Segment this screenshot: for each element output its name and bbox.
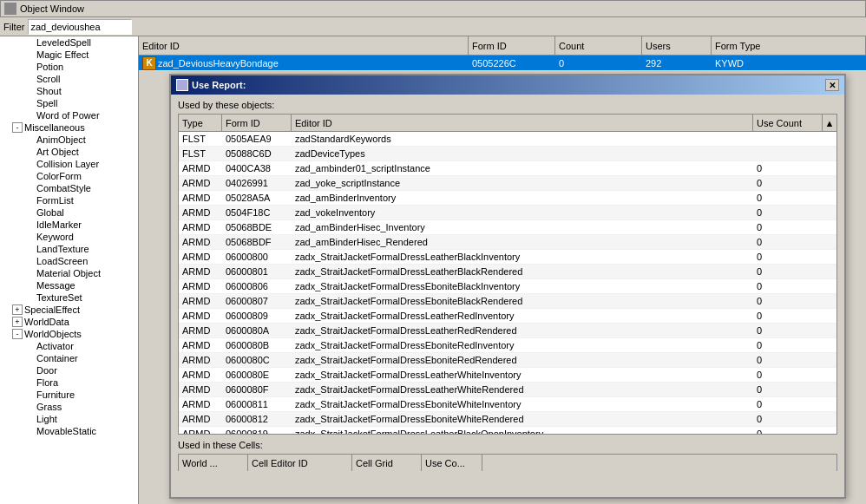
dtd-form-id: 05068BDE (222, 220, 292, 234)
th-users[interactable]: Users (642, 36, 712, 55)
dialog-table-row[interactable]: FLST 05088C6D zadDeviceTypes (179, 147, 836, 161)
sidebar-item-formlist[interactable]: FormList (0, 194, 138, 206)
dialog-table-row[interactable]: ARMD 06000806 zadx_StraitJacketFormalDre… (179, 279, 836, 294)
dtd-type: FLST (179, 132, 222, 146)
sidebar-item-combatstyle[interactable]: CombatStyle (0, 182, 138, 194)
sidebar-item-movablestatic[interactable]: MovableStatic (0, 425, 138, 437)
dtd-editor-id: zadx_StraitJacketFormalDressEboniteWhite… (292, 397, 753, 411)
dtd-spacer (823, 383, 836, 396)
expand-worldobjects-icon[interactable]: - (12, 329, 23, 339)
dialog-table-row[interactable]: ARMD 06000800 zadx_StraitJacketFormalDre… (179, 250, 836, 265)
dtd-editor-id: zadx_StraitJacketFormalDressLeatherWhite… (292, 368, 753, 382)
sidebar-item-scroll-label: Scroll (36, 74, 61, 84)
expand-worlddata-icon[interactable]: + (12, 317, 23, 327)
window-icon (4, 3, 16, 15)
th-editor-id[interactable]: Editor ID (139, 36, 469, 55)
dbth-cell-editor-id[interactable]: Cell Editor ID (248, 455, 352, 471)
dialog-table-row[interactable]: ARMD 0504F18C zad_vokeInventory 0 (179, 206, 836, 220)
dialog-table-row[interactable]: ARMD 06000807 zadx_StraitJacketFormalDre… (179, 294, 836, 309)
dtd-editor-id: zadx_StraitJacketFormalDressLeatherBlack… (292, 250, 753, 264)
dtd-use-count: 0 (753, 250, 823, 264)
th-count[interactable]: Count (555, 36, 642, 55)
sidebar-item-idlemarker-label: IdleMarker (36, 219, 82, 230)
dialog-table-row[interactable]: ARMD 0600080B zadx_StraitJacketFormalDre… (179, 338, 836, 353)
sidebar-item-worlddata[interactable]: + WorldData (0, 316, 138, 328)
sidebar-item-light[interactable]: Light (0, 413, 138, 425)
sidebar-item-message[interactable]: Message (0, 279, 138, 291)
dtd-use-count: 0 (753, 279, 823, 293)
dtd-type: ARMD (179, 294, 222, 308)
dbth-world[interactable]: World ... (179, 455, 248, 471)
sidebar-item-leveledspell[interactable]: LeveledSpell (0, 36, 138, 49)
dtd-form-id: 06000819 (222, 427, 292, 434)
dialog-close-button[interactable]: ✕ (825, 79, 839, 91)
sidebar-item-door[interactable]: Door (0, 364, 138, 376)
dtd-use-count: 0 (753, 412, 823, 426)
sidebar-item-materialobject[interactable]: Material Object (0, 267, 138, 279)
dtd-spacer (823, 412, 836, 426)
sidebar-item-grass[interactable]: Grass (0, 401, 138, 413)
dialog-table-row[interactable]: ARMD 06000801 zadx_StraitJacketFormalDre… (179, 265, 836, 279)
dtd-form-id: 0600080B (222, 338, 292, 352)
dialog-table-row[interactable]: ARMD 0600080A zadx_StraitJacketFormalDre… (179, 324, 836, 338)
sidebar-item-artobject[interactable]: Art Object (0, 146, 138, 158)
dialog-table-row[interactable]: ARMD 06000809 zadx_StraitJacketFormalDre… (179, 309, 836, 324)
sidebar-item-animobject[interactable]: AnimObject (0, 134, 138, 146)
dtd-type: ARMD (179, 338, 222, 352)
sidebar-item-shout[interactable]: Shout (0, 85, 138, 97)
dialog-bottom-table-header: World ... Cell Editor ID Cell Grid Use C… (178, 454, 837, 471)
th-form-id[interactable]: Form ID (469, 36, 555, 55)
dialog-table-row[interactable]: ARMD 06000811 zadx_StraitJacketFormalDre… (179, 397, 836, 412)
sidebar-item-wordofpower[interactable]: Word of Power (0, 109, 138, 121)
sidebar-item-colorform[interactable]: ColorForm (0, 170, 138, 182)
table-row[interactable]: K zad_DeviousHeavyBondage 0505226C 0 292… (139, 56, 866, 71)
dialog-table-row[interactable]: ARMD 04026991 zad_yoke_scriptInstance 0 (179, 176, 836, 191)
dialog-table-row[interactable]: ARMD 06000812 zadx_StraitJacketFormalDre… (179, 412, 836, 427)
sidebar-item-global[interactable]: Global (0, 206, 138, 219)
dth-type[interactable]: Type (179, 115, 222, 131)
sidebar-item-container[interactable]: Container (0, 352, 138, 364)
dtd-spacer (823, 220, 836, 234)
sidebar-item-spell-label: Spell (36, 98, 57, 108)
dtd-use-count: 0 (753, 324, 823, 337)
filter-input[interactable] (28, 19, 132, 35)
dialog-table-row[interactable]: FLST 0505AEA9 zadStandardKeywords (179, 132, 836, 147)
sidebar-item-keyword[interactable]: Keyword (0, 231, 138, 243)
dtd-form-id: 0505AEA9 (222, 132, 292, 146)
dth-form-id[interactable]: Form ID (222, 115, 292, 131)
sidebar-item-potion[interactable]: Potion (0, 61, 138, 73)
expand-specialeffect-icon[interactable]: + (12, 304, 23, 315)
dth-use-count[interactable]: Use Count (753, 115, 823, 131)
sidebar-item-loadscreen-label: LoadScreen (36, 256, 88, 266)
th-form-type[interactable]: Form Type (712, 36, 866, 55)
sidebar-item-textureset[interactable]: TextureSet (0, 291, 138, 304)
sidebar-item-spell[interactable]: Spell (0, 97, 138, 109)
sidebar-item-flora[interactable]: Flora (0, 376, 138, 389)
dialog-table-row[interactable]: ARMD 0600080E zadx_StraitJacketFormalDre… (179, 368, 836, 383)
dbth-use-count[interactable]: Use Co... (422, 455, 482, 471)
sidebar-item-miscellaneous[interactable]: - Miscellaneous (0, 121, 138, 134)
dialog-table-row[interactable]: ARMD 0600080C zadx_StraitJacketFormalDre… (179, 353, 836, 368)
dialog-table-row[interactable]: ARMD 0400CA38 zad_ambinder01_scriptInsta… (179, 161, 836, 176)
dialog-table-row[interactable]: ARMD 05068BDF zad_amBinderHisec_Rendered… (179, 235, 836, 250)
sidebar-item-furniture[interactable]: Furniture (0, 389, 138, 401)
dialog-title-bar: Use Report: ✕ (171, 75, 844, 95)
sidebar-item-worldobjects[interactable]: - WorldObjects (0, 328, 138, 340)
dtd-form-id: 0400CA38 (222, 161, 292, 175)
dialog-table-row[interactable]: ARMD 05028A5A zad_amBinderInventory 0 (179, 191, 836, 206)
sidebar-item-specialeffect[interactable]: + SpecialEffect (0, 304, 138, 316)
dialog-table-row[interactable]: ARMD 06000819 zadx_StraitJacketFormalDre… (179, 427, 836, 434)
sidebar-item-activator[interactable]: Activator (0, 340, 138, 352)
sidebar-item-loadscreen[interactable]: LoadScreen (0, 255, 138, 267)
dbth-cell-grid[interactable]: Cell Grid (352, 455, 422, 471)
dialog-table-row[interactable]: ARMD 05068BDE zad_amBinderHisec_Inventor… (179, 220, 836, 235)
sidebar-item-idlemarker[interactable]: IdleMarker (0, 219, 138, 231)
expand-miscellaneous-icon[interactable]: - (12, 122, 23, 133)
sidebar-item-magiceffect[interactable]: Magic Effect (0, 49, 138, 61)
sidebar-item-collisionlayer[interactable]: Collision Layer (0, 158, 138, 170)
dth-editor-id[interactable]: Editor ID (292, 115, 753, 131)
sidebar-item-scroll[interactable]: Scroll (0, 73, 138, 85)
dialog-table-row[interactable]: ARMD 0600080F zadx_StraitJacketFormalDre… (179, 383, 836, 397)
sidebar-item-landtexture[interactable]: LandTexture (0, 243, 138, 255)
dtd-type: ARMD (179, 353, 222, 367)
